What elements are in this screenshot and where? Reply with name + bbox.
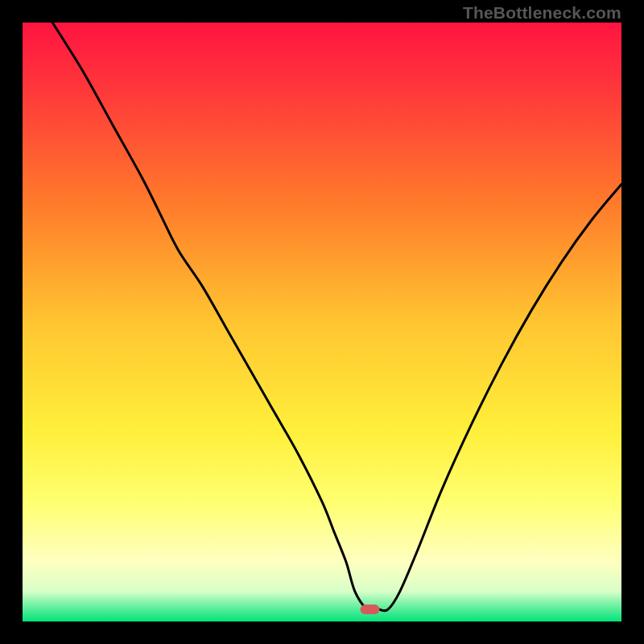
- bottleneck-plot: [23, 23, 621, 621]
- chart-container: TheBottleneck.com: [0, 0, 644, 644]
- optimal-marker: [361, 605, 380, 614]
- watermark-text: TheBottleneck.com: [463, 3, 621, 23]
- gradient-background: [23, 23, 621, 621]
